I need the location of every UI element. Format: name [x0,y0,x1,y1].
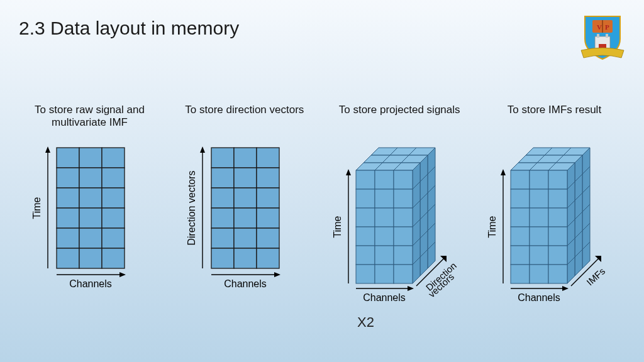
svg-rect-7 [606,34,608,38]
cube-3d-icon: TimeChannelsIMFs [480,141,628,317]
svg-rect-47 [211,248,234,268]
svg-rect-10 [102,148,125,168]
svg-rect-44 [211,228,234,248]
svg-rect-15 [79,188,102,208]
svg-rect-46 [257,228,279,248]
diagram-caption: To store raw signal andmultivariate IMF [16,104,164,129]
svg-rect-144 [511,208,530,227]
svg-rect-19 [102,208,125,228]
svg-text:Time: Time [31,197,42,219]
svg-rect-142 [530,189,548,208]
svg-rect-40 [257,188,279,208]
svg-rect-149 [548,227,567,246]
svg-rect-84 [375,170,394,189]
svg-rect-34 [257,148,279,168]
svg-rect-24 [79,248,102,268]
grid-2d-icon: Direction vectorsChannels [170,141,318,317]
svg-rect-89 [356,208,375,227]
svg-rect-148 [530,227,548,246]
diagram-3: To store IMFs resultTimeChannelsIMFs [480,104,628,317]
svg-text:Channels: Channels [518,292,560,303]
svg-rect-100 [394,265,413,283]
svg-rect-12 [79,168,102,188]
svg-rect-23 [57,248,79,268]
svg-rect-18 [79,208,102,228]
svg-marker-160 [562,286,569,291]
svg-rect-85 [394,170,413,189]
svg-text:V: V [597,23,602,31]
svg-rect-11 [57,168,79,188]
diagram-row: To store raw signal andmultivariate IMFT… [16,104,628,317]
svg-rect-88 [394,189,413,208]
svg-marker-105 [408,286,414,291]
svg-rect-25 [102,248,125,268]
svg-rect-140 [548,170,567,189]
svg-rect-99 [375,265,394,283]
svg-marker-157 [501,169,506,175]
svg-rect-45 [234,228,257,248]
svg-rect-145 [530,208,548,227]
svg-rect-94 [394,227,413,246]
svg-rect-153 [511,265,530,283]
svg-rect-22 [102,228,125,248]
svg-rect-152 [548,246,567,265]
svg-text:Channels: Channels [225,278,267,289]
svg-rect-16 [102,188,125,208]
svg-rect-138 [511,170,530,189]
svg-marker-27 [45,146,50,153]
svg-rect-41 [211,208,234,228]
svg-rect-42 [234,208,257,228]
svg-rect-36 [234,168,257,188]
svg-rect-151 [530,246,548,265]
grid-2d-icon: TimeChannels [16,141,164,317]
svg-rect-91 [394,208,413,227]
cube-3d-icon: TimeChannelsDirectionvectors [326,141,474,317]
svg-rect-13 [102,168,125,188]
svg-text:P: P [605,23,609,31]
svg-rect-141 [511,189,530,208]
svg-rect-147 [511,227,530,246]
svg-rect-8 [57,148,79,168]
svg-rect-154 [530,265,548,283]
svg-rect-14 [57,188,79,208]
svg-rect-35 [211,168,234,188]
svg-marker-30 [119,272,126,277]
svg-rect-93 [375,227,394,246]
diagram-caption: To store projected signals [326,104,474,116]
svg-rect-43 [257,208,279,228]
svg-rect-49 [257,248,279,268]
svg-rect-143 [548,189,567,208]
svg-rect-37 [257,168,279,188]
svg-rect-96 [375,246,394,265]
svg-text:Direction vectors: Direction vectors [186,170,197,245]
svg-marker-102 [346,169,351,175]
svg-rect-21 [79,228,102,248]
svg-rect-86 [356,189,375,208]
diagram-1: To store direction vectorsDirection vect… [170,104,318,317]
svg-text:Time: Time [487,216,497,238]
svg-rect-17 [57,208,79,228]
svg-rect-146 [548,208,567,227]
svg-rect-155 [548,265,567,283]
svg-rect-83 [356,170,375,189]
svg-rect-48 [234,248,257,268]
svg-rect-150 [511,246,530,265]
svg-marker-51 [200,146,205,153]
svg-rect-6 [597,34,599,38]
svg-text:Channels: Channels [69,278,112,289]
footnote-x2: X2 [357,314,374,331]
svg-rect-20 [57,228,79,248]
svg-rect-139 [530,170,548,189]
svg-rect-33 [234,148,257,168]
svg-marker-54 [274,272,280,277]
diagram-caption: To store IMFs result [480,104,628,116]
university-logo: V P [580,14,625,69]
svg-text:Channels: Channels [363,292,406,303]
svg-rect-39 [234,188,257,208]
diagram-0: To store raw signal andmultivariate IMFT… [16,104,164,317]
svg-rect-90 [375,208,394,227]
svg-rect-32 [211,148,234,168]
diagram-2: To store projected signalsTimeChannelsDi… [326,104,474,317]
svg-rect-9 [79,148,102,168]
svg-rect-98 [356,265,375,283]
